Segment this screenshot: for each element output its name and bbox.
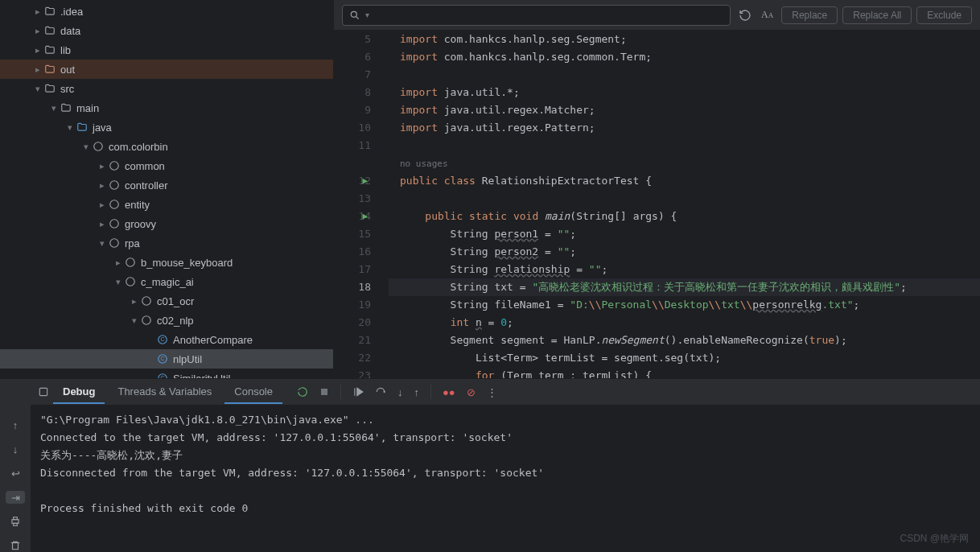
tree-item[interactable]: ▾java <box>0 117 333 137</box>
tree-item[interactable]: ▸groovy <box>0 214 333 233</box>
chevron-icon[interactable]: ▾ <box>113 277 124 287</box>
package-icon <box>92 140 105 153</box>
chevron-icon[interactable]: ▸ <box>32 45 43 56</box>
code-editor[interactable]: 56789101112▶1314▶151617181920212223 impo… <box>334 31 980 378</box>
chevron-icon[interactable]: ▸ <box>32 6 43 17</box>
svg-text:C: C <box>160 336 164 342</box>
tree-item[interactable]: ▾rpa <box>0 233 333 253</box>
tree-item-label: c01_ocr <box>157 295 194 307</box>
tree-item[interactable]: ▾c_magic_ai <box>0 272 333 291</box>
chevron-icon[interactable]: ▸ <box>97 180 108 191</box>
tree-item-label: groovy <box>125 218 156 230</box>
tree-item-label: SimilarityUtil <box>173 373 231 379</box>
chevron-icon[interactable]: ▾ <box>80 142 92 152</box>
tree-item-label: main <box>76 102 99 114</box>
chevron-icon[interactable]: ▸ <box>113 257 124 268</box>
scroll-end-icon[interactable]: ⇥ <box>6 491 25 504</box>
package-icon <box>108 198 121 211</box>
more-icon[interactable]: ⋮ <box>487 386 497 398</box>
mute-breakpoints-icon[interactable]: ⊘ <box>467 386 476 398</box>
tree-item-label: lib <box>60 44 71 56</box>
tree-item[interactable]: ▾c02_nlp <box>0 311 333 330</box>
chevron-icon[interactable]: ▸ <box>97 161 108 171</box>
chevron-icon[interactable]: ▸ <box>97 200 108 210</box>
svg-rect-19 <box>14 517 18 520</box>
tree-item[interactable]: ▸out <box>0 60 333 79</box>
package-icon <box>108 237 121 249</box>
find-input[interactable]: ▾ <box>342 5 731 26</box>
svg-rect-18 <box>12 520 19 524</box>
chevron-icon[interactable]: ▸ <box>129 296 140 307</box>
tree-item[interactable]: ▸c01_ocr <box>0 291 333 311</box>
trash-icon[interactable] <box>6 539 25 552</box>
tab-threads[interactable]: Threads & Variables <box>108 381 221 404</box>
tab-debug[interactable]: Debug <box>53 381 105 404</box>
folder-blue-icon <box>76 121 89 134</box>
tree-item-label: b_mouse_keyboard <box>141 257 233 269</box>
chevron-icon[interactable]: ▾ <box>64 122 76 133</box>
tree-item[interactable]: ▸controller <box>0 175 333 195</box>
tree-item-label: rpa <box>125 237 140 249</box>
wrap-icon[interactable]: ↩ <box>6 468 25 480</box>
chevron-icon[interactable]: ▸ <box>32 26 43 36</box>
code-area[interactable]: import com.hankcs.hanlp.seg.Segment;impo… <box>389 31 980 378</box>
run-gutter-icon[interactable]: ▶ <box>362 208 368 225</box>
package-icon <box>108 217 121 230</box>
exclude-button[interactable]: Exclude <box>916 6 972 24</box>
rerun-icon[interactable] <box>297 386 308 398</box>
console-output[interactable]: "G:\Program Files\Java\jdk1.8.0_271\bin\… <box>31 405 980 552</box>
svg-point-26 <box>384 391 385 392</box>
tree-item[interactable]: ▾com.colorbin <box>0 137 333 156</box>
usages-hint: no usages <box>400 159 448 169</box>
up-arrow-icon[interactable]: ↑ <box>6 419 25 432</box>
tree-item[interactable]: CnlpUtil <box>0 349 333 369</box>
svg-point-0 <box>94 142 103 151</box>
replace-all-button[interactable]: Replace All <box>842 6 912 24</box>
debug-icon[interactable] <box>37 385 50 398</box>
search-icon <box>349 10 360 21</box>
step-into-icon[interactable]: ↓ <box>397 386 403 398</box>
svg-point-4 <box>110 220 119 229</box>
package-icon <box>108 159 121 172</box>
chevron-down-icon[interactable]: ▾ <box>365 10 369 19</box>
tree-item[interactable]: ▸data <box>0 21 333 40</box>
print-icon[interactable] <box>6 515 25 528</box>
tree-item[interactable]: ▸common <box>0 156 333 175</box>
chevron-icon[interactable]: ▾ <box>97 238 108 249</box>
package-icon <box>140 295 153 307</box>
cycle-icon[interactable] <box>739 9 751 22</box>
step-out-icon[interactable]: ↑ <box>414 386 419 398</box>
find-replace-bar: ▾ AA Replace Replace All Exclude <box>334 0 980 31</box>
resume-icon[interactable] <box>352 386 364 398</box>
chevron-icon[interactable]: ▾ <box>48 103 60 113</box>
tab-console[interactable]: Console <box>224 381 282 404</box>
tree-item[interactable]: ▸lib <box>0 40 333 60</box>
tree-item[interactable]: ▸entity <box>0 195 333 214</box>
chevron-icon[interactable]: ▸ <box>32 64 43 75</box>
tree-item[interactable]: CSimilarityUtil <box>0 369 333 378</box>
project-tree[interactable]: ▸.idea▸data▸lib▸out▾src▾main▾java▾com.co… <box>0 0 334 378</box>
tree-item[interactable]: CAnotherCompare <box>0 330 333 349</box>
tree-item[interactable]: ▾main <box>0 98 333 117</box>
tree-item[interactable]: ▾src <box>0 79 333 98</box>
stop-icon[interactable] <box>319 387 329 397</box>
tree-item[interactable]: ▸b_mouse_keyboard <box>0 253 333 272</box>
chevron-icon[interactable]: ▾ <box>129 315 140 326</box>
breakpoints-icon[interactable]: ●● <box>443 386 455 398</box>
replace-button[interactable]: Replace <box>781 6 838 24</box>
svg-point-16 <box>351 11 356 17</box>
step-over-icon[interactable] <box>375 386 386 398</box>
chevron-icon[interactable]: ▸ <box>97 219 108 229</box>
svg-marker-25 <box>357 388 363 395</box>
svg-point-2 <box>110 181 119 190</box>
down-arrow-icon[interactable]: ↓ <box>6 443 25 456</box>
chevron-icon[interactable]: ▾ <box>32 84 43 94</box>
svg-point-3 <box>110 200 119 209</box>
case-icon[interactable]: AA <box>761 9 773 21</box>
tree-item-label: AnotherCompare <box>173 334 253 346</box>
tree-item-label: c_magic_ai <box>141 276 194 288</box>
run-gutter-icon[interactable]: ▶ <box>362 172 368 190</box>
package-icon <box>108 179 121 192</box>
svg-point-9 <box>142 316 151 325</box>
tree-item[interactable]: ▸.idea <box>0 2 333 21</box>
